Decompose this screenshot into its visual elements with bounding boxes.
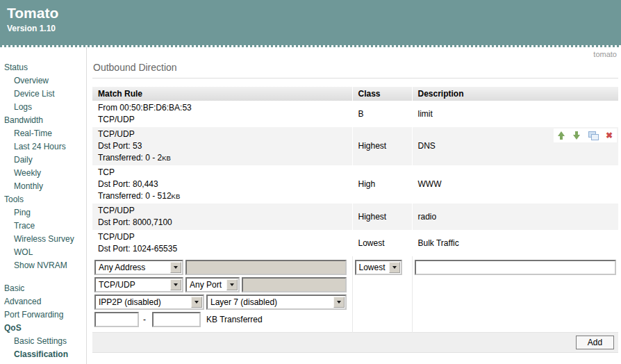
port-input — [242, 277, 347, 292]
match-rule-cell: TCPDst Port: 80,443Transferred: 0 - 512K… — [92, 165, 352, 204]
sidebar-item-advanced[interactable]: Advanced — [0, 295, 86, 308]
src-address-select[interactable]: Any Address — [94, 260, 183, 275]
column-header-class: Class — [352, 87, 412, 101]
class-form-cell: Lowest — [352, 256, 412, 333]
column-header-description: Description — [412, 87, 618, 101]
sidebar-item-basic-settings[interactable]: Basic Settings — [0, 335, 86, 348]
class-cell: Highest — [352, 204, 412, 230]
description-cell: Bulk Traffic — [412, 230, 618, 256]
new-rule-form-row: Any Address TCP/UDP Any Port — [92, 256, 618, 333]
sidebar-item-real-time[interactable]: Real-Time — [0, 127, 86, 140]
src-address-select-value: Any Address — [99, 263, 145, 272]
match-rule-cell: TCP/UDPDst Port: 1024-65535 — [92, 230, 352, 256]
class-select-value: Lowest — [359, 263, 386, 272]
class-cell: B — [352, 101, 412, 127]
table-row[interactable]: From 00:50:BF:D6:BA:53TCP/UDPBlimit — [92, 101, 618, 127]
main-content: tomato Outbound Direction Match Rule Cla… — [87, 47, 621, 364]
table-row[interactable]: TCP/UDPDst Port: 1024-65535LowestBulk Tr… — [92, 230, 618, 256]
match-rule-form-cell: Any Address TCP/UDP Any Port — [92, 256, 352, 333]
duplicate-icon[interactable] — [588, 131, 598, 140]
column-header-match-rule: Match Rule — [92, 87, 352, 101]
sidebar-nav: StatusOverviewDevice ListLogsBandwidthRe… — [0, 47, 87, 364]
table-footer-row: Add — [92, 333, 618, 353]
chevron-down-icon — [170, 279, 181, 290]
sidebar-item-device-list[interactable]: Device List — [0, 88, 86, 101]
class-select[interactable]: Lowest — [355, 260, 402, 275]
app-version: Version 1.10 — [7, 24, 621, 33]
sidebar-item-tools[interactable]: Tools — [0, 193, 86, 206]
chevron-down-icon — [333, 297, 345, 308]
row-hover-controls: ✖ — [554, 129, 617, 142]
description-cell: limit — [412, 101, 618, 127]
protocol-select-value: TCP/UDP — [99, 280, 135, 290]
app-header: Tomato Version 1.10 — [0, 0, 621, 45]
kb-min-input[interactable] — [94, 312, 139, 327]
chevron-down-icon — [226, 279, 238, 290]
table-row[interactable]: TCP/UDPDst Port: 53Transferred: 0 - 2KBH… — [92, 127, 618, 165]
port-select[interactable]: Any Port — [185, 277, 240, 292]
class-cell: Highest — [352, 127, 412, 165]
sidebar-item-status[interactable]: Status — [0, 61, 86, 74]
sidebar-item-basic[interactable]: Basic — [0, 282, 86, 295]
description-cell: WWW — [412, 165, 618, 204]
port-select-value: Any Port — [190, 280, 222, 290]
table-header-row: Match Rule Class Description — [92, 87, 618, 101]
delete-icon[interactable]: ✖ — [606, 131, 613, 140]
sidebar-item-overview[interactable]: Overview — [0, 74, 86, 88]
src-address-input — [185, 260, 347, 275]
kb-max-input[interactable] — [152, 312, 201, 327]
sidebar-item-bandwidth[interactable]: Bandwidth — [0, 114, 86, 127]
protocol-select[interactable]: TCP/UDP — [94, 277, 183, 292]
match-rule-cell: TCP/UDPDst Port: 53Transferred: 0 - 2KB — [92, 127, 352, 165]
sidebar-item-qos[interactable]: QoS — [0, 322, 86, 335]
app-title: Tomato — [7, 5, 621, 22]
chevron-down-icon — [191, 297, 202, 308]
ipp2p-select-value: IPP2P (disabled) — [99, 297, 161, 307]
description-cell: DNS✖ — [412, 127, 618, 165]
sidebar-item-last-24-hours[interactable]: Last 24 Hours — [0, 140, 86, 154]
chevron-down-icon — [389, 262, 400, 273]
sidebar-item-trace[interactable]: Trace — [0, 220, 86, 233]
sidebar-item-daily[interactable]: Daily — [0, 154, 86, 167]
router-hostname: tomato — [92, 50, 617, 60]
sidebar-item-wireless-survey[interactable]: Wireless Survey — [0, 233, 86, 246]
sidebar-item-wol[interactable]: WOL — [0, 246, 86, 259]
sidebar-item-ping[interactable]: Ping — [0, 206, 86, 220]
table-row[interactable]: TCP/UDPDst Port: 8000,7100Highestradio — [92, 204, 618, 230]
sidebar-item-port-forwarding[interactable]: Port Forwarding — [0, 308, 86, 322]
match-rule-cell: From 00:50:BF:D6:BA:53TCP/UDP — [92, 101, 352, 127]
description-form-cell — [412, 256, 618, 333]
class-cell: Lowest — [352, 230, 412, 256]
kb-transferred-label: KB Transferred — [206, 315, 263, 324]
sidebar-item-logs[interactable]: Logs — [0, 101, 86, 114]
sidebar-item-show-nvram[interactable]: Show NVRAM — [0, 259, 86, 272]
chevron-down-icon — [170, 262, 181, 273]
ipp2p-select[interactable]: IPP2P (disabled) — [94, 295, 204, 310]
kb-range-separator: - — [143, 315, 146, 324]
classification-table: Match Rule Class Description From 00:50:… — [92, 87, 618, 353]
description-input[interactable] — [415, 260, 617, 275]
match-rule-cell: TCP/UDPDst Port: 8000,7100 — [92, 204, 352, 230]
add-button[interactable]: Add — [576, 336, 614, 349]
sidebar-item-monthly[interactable]: Monthly — [0, 180, 86, 193]
move-down-icon[interactable] — [573, 131, 581, 140]
layer7-select-value: Layer 7 (disabled) — [210, 297, 277, 307]
sidebar-item-weekly[interactable]: Weekly — [0, 167, 86, 180]
description-cell: radio — [412, 204, 618, 230]
class-cell: High — [352, 165, 412, 204]
page-title: Outbound Direction — [92, 60, 618, 78]
move-up-icon[interactable] — [558, 131, 565, 140]
table-row[interactable]: TCPDst Port: 80,443Transferred: 0 - 512K… — [92, 165, 618, 204]
layer7-select[interactable]: Layer 7 (disabled) — [206, 295, 347, 310]
sidebar-item-classification[interactable]: Classification — [0, 348, 86, 361]
